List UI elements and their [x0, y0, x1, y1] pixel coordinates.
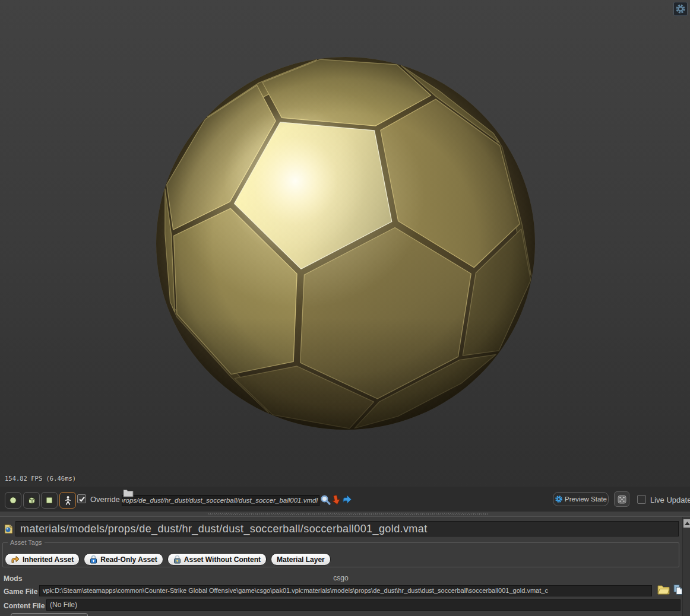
- gear-icon: [555, 495, 563, 503]
- copy-path-button[interactable]: [673, 584, 683, 598]
- splitter-handle[interactable]: [207, 513, 488, 515]
- circle-icon: [9, 496, 17, 504]
- person-icon: [64, 496, 72, 506]
- red-arrow-down-icon: [331, 494, 341, 506]
- model-path-text: models/props/de_dust/hr_dust/dust_soccer…: [122, 497, 318, 504]
- bottom-cutoff-button[interactable]: [11, 613, 88, 616]
- check-icon: [78, 496, 86, 503]
- scroll-up-button[interactable]: [683, 519, 690, 528]
- game-file-field[interactable]: vpk:D:\Steam\steamapps\common\Counter-St…: [39, 585, 652, 596]
- game-file-text: vpk:D:\Steam\steamapps\common\Counter-St…: [43, 587, 548, 594]
- 3d-viewport[interactable]: 154.82 FPS (6.46ms): [0, 0, 690, 487]
- mods-value: csgo: [0, 574, 682, 582]
- panel-splitter[interactable]: [0, 512, 690, 516]
- tag-label: Asset Without Content: [184, 555, 261, 564]
- asset-path-text: materials/models/props/de_dust/hr_dust/d…: [20, 523, 428, 535]
- tag-label: Material Layer: [277, 555, 325, 564]
- live-update-checkbox[interactable]: [637, 495, 646, 504]
- folder-icon: [657, 585, 670, 595]
- content-file-field[interactable]: (No File): [46, 599, 680, 611]
- cube-icon: [27, 496, 36, 505]
- material-file-icon: [4, 524, 13, 536]
- lock-icon: [90, 555, 97, 564]
- tag-inherited-asset[interactable]: Inherited Asset: [5, 553, 80, 566]
- asset-path-field[interactable]: materials/models/props/de_dust/hr_dust/d…: [15, 521, 679, 536]
- content-file-label: Content File: [4, 602, 45, 610]
- preview-state-label: Preview State: [565, 496, 607, 503]
- search-model-button[interactable]: [320, 494, 331, 508]
- content-file-text: (No File): [50, 601, 77, 609]
- copy-icon: [673, 584, 683, 595]
- render-mode-square-button[interactable]: [41, 492, 58, 509]
- override-label: Override: [90, 495, 120, 504]
- model-path-input[interactable]: models/props/de_dust/hr_dust/dust_soccer…: [122, 495, 319, 506]
- preview-toolbar: Override models/props/de_dust/hr_dust/du…: [0, 487, 690, 512]
- preview-state-button[interactable]: Preview State: [553, 492, 609, 506]
- fps-counter: 154.82 FPS (6.46ms): [5, 475, 76, 482]
- asset-tags-title: Asset Tags: [8, 539, 45, 546]
- viewport-settings-button[interactable]: [673, 2, 688, 16]
- inherit-arrow-icon: [11, 555, 20, 563]
- override-checkbox[interactable]: [77, 494, 86, 503]
- square-icon: [45, 496, 53, 504]
- dice-icon: [618, 495, 626, 504]
- render-mode-cube-button[interactable]: [23, 492, 40, 509]
- live-update-label: Live Update: [650, 496, 690, 504]
- magnifier-icon: [320, 494, 331, 506]
- soccer-ball-render: [0, 0, 690, 487]
- asset-details-panel: materials/models/props/de_dust/hr_dust/d…: [0, 516, 690, 616]
- blue-arrow-right-icon: [342, 494, 352, 505]
- render-mode-character-button[interactable]: [59, 492, 76, 509]
- export-model-button[interactable]: [342, 494, 352, 507]
- tag-read-only-asset[interactable]: Read-Only Asset: [84, 553, 163, 566]
- folder-icon[interactable]: [123, 489, 134, 500]
- random-preview-button[interactable]: [614, 491, 629, 507]
- lock-icon: [173, 555, 181, 564]
- gear-icon: [675, 4, 686, 14]
- tag-asset-without-content[interactable]: Asset Without Content: [167, 553, 267, 566]
- tag-label: Read-Only Asset: [100, 555, 157, 564]
- tag-label: Inherited Asset: [23, 555, 74, 564]
- up-triangle-icon: [685, 522, 690, 525]
- panel-scrollbar[interactable]: [682, 517, 690, 616]
- render-mode-circle-button[interactable]: [5, 492, 21, 509]
- import-model-button[interactable]: [331, 494, 341, 508]
- game-file-label: Game File: [4, 588, 37, 596]
- open-folder-button[interactable]: [657, 585, 670, 597]
- tag-material-layer[interactable]: Material Layer: [271, 553, 331, 566]
